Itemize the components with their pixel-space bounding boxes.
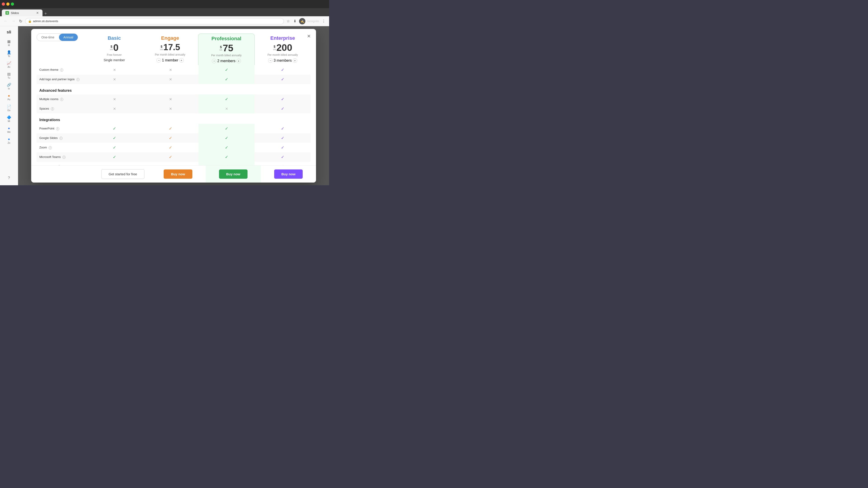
annual-toggle[interactable]: Annual bbox=[59, 34, 78, 41]
engage-add-logo: ✕ bbox=[143, 74, 198, 84]
basic-embed: ✕ bbox=[86, 162, 143, 165]
window-close[interactable] bbox=[2, 2, 5, 6]
price-amount-enterprise: 200 bbox=[276, 43, 292, 53]
feature-microsoft-teams: Microsoft Teams i bbox=[37, 152, 86, 162]
engage-multiple-rooms: ✕ bbox=[143, 94, 198, 104]
buy-now-pro-button[interactable]: Buy now bbox=[219, 169, 248, 179]
sidebar-item-m[interactable]: ▦ M bbox=[4, 38, 14, 47]
pro-spaces: ✕ bbox=[198, 104, 254, 113]
window-controls bbox=[2, 2, 14, 6]
members-basic: Single member bbox=[88, 58, 141, 62]
pro-add-logo: ✓ bbox=[198, 74, 254, 84]
one-time-toggle[interactable]: One-time bbox=[37, 34, 59, 41]
ent-powerpoint: ✓ bbox=[254, 124, 311, 133]
pro-ms-teams: ✓ bbox=[198, 152, 254, 162]
footer-professional: Buy now bbox=[206, 166, 261, 183]
plan-price-engage: $ US 17.5 bbox=[144, 43, 196, 52]
forward-button[interactable]: → bbox=[10, 18, 16, 24]
plan-name-engage: Engage bbox=[144, 35, 196, 41]
table-row: Embed Slido i ✕ ✕ ✓ ✓ bbox=[37, 162, 311, 165]
ent-multiple-rooms: ✓ bbox=[254, 94, 311, 104]
reload-button[interactable]: ↻ bbox=[18, 18, 23, 25]
new-tab-button[interactable]: + bbox=[42, 11, 49, 16]
sidebar-item-mi[interactable]: 🔷 Mi bbox=[4, 114, 14, 123]
tab-close-btn[interactable]: ✕ bbox=[36, 11, 39, 15]
pro-members-minus[interactable]: − bbox=[212, 59, 216, 63]
feature-zoom: Zoom i bbox=[37, 143, 86, 152]
buy-now-engage-button[interactable]: Buy now bbox=[164, 169, 192, 179]
bookmark-button[interactable]: ☆ bbox=[286, 18, 291, 24]
plan-header-basic: Basic $ US 0 Fr bbox=[86, 33, 142, 64]
feature-custom-theme: Custom theme i bbox=[37, 65, 86, 74]
footer-basic: Get started for free bbox=[95, 166, 150, 183]
more-button[interactable]: ⋮ bbox=[321, 18, 327, 24]
feature-powerpoint: PowerPoint i bbox=[37, 124, 86, 133]
buy-now-ent-button[interactable]: Buy now bbox=[274, 169, 303, 179]
members-enterprise: − 3 members + bbox=[256, 58, 309, 63]
info-zoom[interactable]: i bbox=[49, 146, 52, 149]
ent-add-logo: ✓ bbox=[254, 74, 311, 84]
sidebar-item-po[interactable]: ● Po bbox=[4, 93, 14, 102]
billing-note-engage: Per month billed annually bbox=[144, 53, 196, 56]
window-minimize[interactable] bbox=[6, 2, 9, 6]
info-microsoft-teams[interactable]: i bbox=[62, 156, 66, 159]
ent-custom-theme: ✓ bbox=[254, 65, 311, 74]
pricing-footer: Get started for free Buy now Buy now Buy… bbox=[31, 165, 316, 183]
pro-members-plus[interactable]: + bbox=[237, 59, 241, 63]
pricing-modal: ✕ One-time Annual bbox=[31, 29, 316, 183]
sidebar-item-an[interactable]: 📈 An bbox=[4, 60, 14, 69]
engage-spaces: ✕ bbox=[143, 104, 198, 113]
window-maximize[interactable] bbox=[11, 2, 14, 6]
feature-multiple-rooms: Multiple rooms i bbox=[37, 94, 86, 104]
footer-spacer bbox=[31, 166, 95, 183]
sidebar-item-zo[interactable]: ● Zo bbox=[4, 136, 14, 145]
ent-members-plus[interactable]: + bbox=[293, 58, 297, 63]
price-amount-professional: 75 bbox=[223, 43, 233, 53]
engage-powerpoint: ✓ bbox=[143, 124, 198, 133]
basic-ms-teams: ✓ bbox=[86, 152, 143, 162]
sidebar-item-we[interactable]: ● We bbox=[4, 125, 14, 134]
basic-custom-theme: ✕ bbox=[86, 65, 143, 74]
address-bar[interactable]: 🔒 admin.sli.do/events bbox=[25, 18, 284, 24]
plan-name-professional: Professional bbox=[200, 36, 252, 41]
price-amount-engage: 17.5 bbox=[163, 43, 180, 52]
sidebar-item-help[interactable]: ? bbox=[4, 173, 14, 183]
info-multiple-rooms[interactable]: i bbox=[60, 98, 63, 101]
ent-embed: ✓ bbox=[254, 162, 311, 165]
modal-close-button[interactable]: ✕ bbox=[305, 33, 312, 40]
basic-zoom: ✓ bbox=[86, 143, 143, 152]
section-title-advanced: Advanced features bbox=[39, 89, 72, 92]
browser-tab[interactable]: S Slidos ✕ bbox=[2, 9, 42, 16]
info-custom-theme[interactable]: i bbox=[60, 68, 63, 72]
pro-multiple-rooms: ✓ bbox=[198, 94, 254, 104]
plan-name-basic: Basic bbox=[88, 35, 141, 41]
table-row: Multiple rooms i ✕ ✕ ✓ ✓ bbox=[37, 94, 311, 104]
sidebar-item-tu[interactable]: ▤ Tu bbox=[4, 71, 14, 80]
engage-google-slides: ✓ bbox=[143, 133, 198, 143]
plan-header-professional: Professional $ US 75 bbox=[198, 33, 255, 65]
sidebar-item-in[interactable]: 🔗 In bbox=[4, 82, 14, 91]
nav-icons: ☆ ⬇ 🕵 Incognito ⋮ bbox=[286, 18, 327, 24]
ent-google-slides: ✓ bbox=[254, 133, 311, 143]
info-google-slides[interactable]: i bbox=[59, 137, 63, 140]
get-started-free-button[interactable]: Get started for free bbox=[101, 169, 145, 179]
sidebar: sli ▦ M 👤 Te 📈 An ▤ Tu 🔗 In bbox=[0, 26, 18, 185]
download-button[interactable]: ⬇ bbox=[292, 18, 297, 24]
plan-price-basic: $ US 0 bbox=[88, 43, 141, 53]
engage-members-minus[interactable]: − bbox=[156, 58, 161, 63]
back-button[interactable]: ← bbox=[3, 18, 8, 24]
engage-members-plus[interactable]: + bbox=[179, 58, 184, 63]
ent-members-minus[interactable]: − bbox=[268, 58, 273, 63]
ent-members-count: 3 members bbox=[274, 59, 291, 63]
pro-google-slides: ✓ bbox=[198, 133, 254, 143]
billing-note-professional: Per month billed annually bbox=[200, 54, 252, 57]
sidebar-item-go[interactable]: 📄 Go bbox=[4, 103, 14, 112]
table-row: Google Slides i ✓ ✓ ✓ ✓ bbox=[37, 133, 311, 143]
info-powerpoint[interactable]: i bbox=[56, 127, 59, 130]
features-table-container: Custom theme i ✕ ✕ ✓ ✓ bbox=[31, 65, 316, 165]
info-add-logo[interactable]: i bbox=[76, 78, 80, 81]
info-spaces[interactable]: i bbox=[51, 107, 54, 110]
engage-custom-theme: ✕ bbox=[143, 65, 198, 74]
sidebar-item-te[interactable]: 👤 Te bbox=[4, 49, 14, 58]
table-row: Spaces i ✕ ✕ ✕ ✓ bbox=[37, 104, 311, 113]
